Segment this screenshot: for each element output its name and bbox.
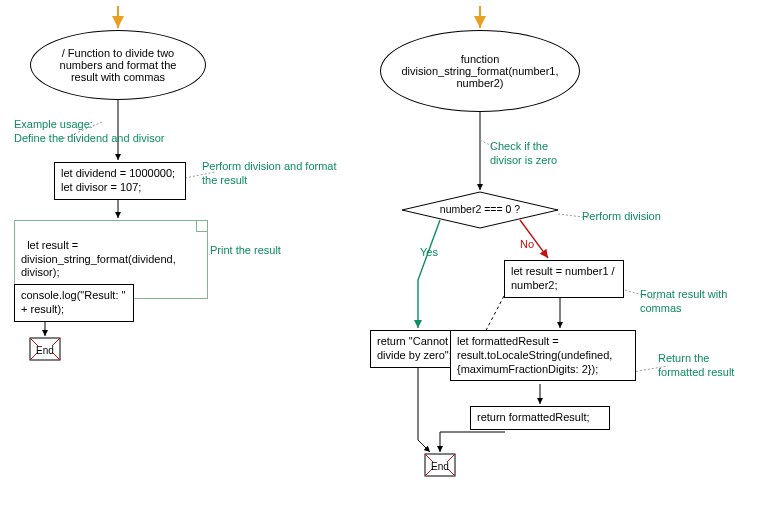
annotation-return-formatted: Return the formatted result <box>658 352 754 380</box>
end-left: End <box>30 338 60 362</box>
func-text: function division_string_format(number1,… <box>395 53 565 89</box>
calc-box: let result = number1 / number2; <box>504 260 624 298</box>
annotation-perform-left: Perform division and format the result <box>202 160 352 188</box>
decision-text: number2 === 0 ? <box>430 203 530 215</box>
end-left-text: End <box>36 345 54 356</box>
call-text: let result = division_string_format(divi… <box>21 239 179 279</box>
start-ellipse-left: / Function to divide two numbers and for… <box>30 30 206 100</box>
format-box: let formattedResult = result.toLocaleStr… <box>450 330 636 381</box>
annotation-example-usage: Example usage: Define the dividend and d… <box>14 118 164 146</box>
log-box: console.log("Result: " + result); <box>14 284 134 322</box>
branch-yes-label: Yes <box>420 246 438 258</box>
annotation-check-divisor: Check if the divisor is zero <box>490 140 580 168</box>
branch-no-label: No <box>520 238 534 250</box>
end-right: End <box>425 454 455 478</box>
start-ellipse-right: function division_string_format(number1,… <box>380 30 580 112</box>
return-formatted-box: return formattedResult; <box>470 406 610 430</box>
end-right-text: End <box>431 461 449 472</box>
return-zero-text: return "Cannot divide by zero"; <box>377 335 452 361</box>
start-text-left: / Function to divide two numbers and for… <box>45 47 191 83</box>
annotation-format-result: Format result with commas <box>640 288 750 316</box>
annotation-print: Print the result <box>210 244 281 258</box>
annotation-perform-right: Perform division <box>582 210 661 224</box>
vars-box: let dividend = 1000000; let divisor = 10… <box>54 162 186 200</box>
